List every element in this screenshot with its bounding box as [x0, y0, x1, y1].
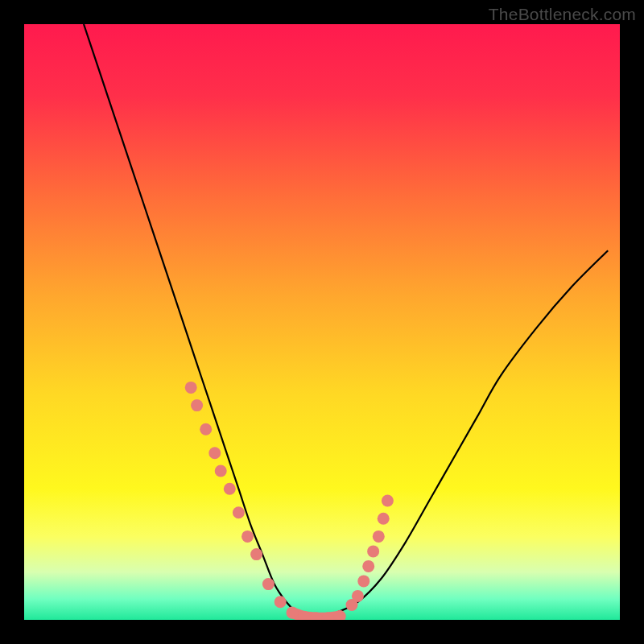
- marker-dot: [250, 548, 262, 560]
- marker-dot: [378, 513, 390, 525]
- bottleneck-curve-svg: [24, 24, 620, 620]
- marker-dot: [208, 447, 221, 459]
- marker-dot: [185, 382, 197, 394]
- watermark-text: TheBottleneck.com: [489, 5, 636, 24]
- marker-dot: [200, 423, 212, 436]
- marker-dot: [362, 560, 374, 572]
- marker-dot: [357, 575, 369, 587]
- marker-dot: [224, 483, 236, 495]
- marker-dot: [242, 530, 254, 543]
- marker-dot: [373, 530, 385, 543]
- highlighted-markers: [185, 382, 394, 620]
- marker-dot: [215, 465, 227, 477]
- bottleneck-curve-path: [84, 24, 608, 620]
- marker-dot: [382, 495, 394, 507]
- marker-dot: [262, 578, 275, 590]
- marker-dot: [233, 506, 245, 518]
- marker-dot: [352, 590, 364, 602]
- chart-frame: [24, 24, 620, 620]
- marker-dot: [275, 596, 287, 608]
- marker-dot: [287, 607, 299, 619]
- marker-dot: [367, 545, 379, 557]
- marker-dot: [191, 399, 203, 411]
